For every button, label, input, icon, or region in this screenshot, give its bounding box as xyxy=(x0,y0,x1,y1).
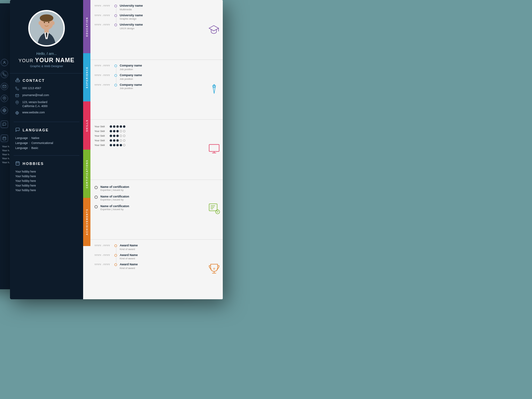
tab-strip: EDUCATION EXPERIENCE SKILLS CERTIFICATIO… xyxy=(83,0,90,299)
dot xyxy=(120,139,122,142)
divider-2 xyxy=(14,155,79,156)
cert-icon xyxy=(208,203,220,216)
dot xyxy=(116,139,119,142)
education-section: YYYY - YYYY University name Multimedia Y… xyxy=(90,0,223,60)
tab-skills: SKILLS xyxy=(83,101,90,150)
location-icon xyxy=(15,101,20,105)
skill-row-3: Your Skill xyxy=(94,134,218,137)
svg-point-18 xyxy=(52,21,55,25)
svg-rect-29 xyxy=(209,145,219,152)
lang-item-3: Language : Basic xyxy=(15,146,78,150)
edu-item-3: YYYY - YYYY University name UI/UX design xyxy=(94,23,218,30)
dot xyxy=(123,135,125,137)
hobby-4: Your hobby here xyxy=(15,184,78,187)
svg-point-3 xyxy=(4,61,5,63)
dot xyxy=(120,144,122,146)
profile-photo xyxy=(28,10,65,47)
dot xyxy=(113,144,115,146)
phone-text: 000 1213 4567 xyxy=(22,86,41,90)
education-icon xyxy=(207,23,220,37)
dot xyxy=(113,130,115,132)
svg-rect-24 xyxy=(16,162,20,165)
exp-item-3: YYYY - YYYY Company name Job position xyxy=(94,83,218,90)
dot xyxy=(120,135,122,137)
sidebar: Hello, I am... YOUR YOUR NAME Graphic & … xyxy=(10,0,83,299)
dot xyxy=(110,125,112,128)
edu-item-1: YYYY - YYYY University name Multimedia xyxy=(94,4,218,11)
svg-point-19 xyxy=(17,78,19,80)
skill-row-1: Your Skill xyxy=(94,125,218,128)
person-title: Graphic & Web Designer xyxy=(13,65,80,68)
tab-experience: EXPERIENCE xyxy=(83,53,90,101)
achievements-section: YYYY - YYYY Award Name Kind of award YYY… xyxy=(90,240,223,299)
address-text: 123, verazo buolardCalifornia C.A. 4000 xyxy=(22,100,48,108)
certifications-section: Name of certificaton Expertise | Issued … xyxy=(90,180,223,240)
dot xyxy=(116,130,119,132)
photo-wrap xyxy=(10,0,83,52)
svg-rect-20 xyxy=(16,80,20,82)
skill-row-2: Your Skill xyxy=(94,130,218,133)
contact-icon xyxy=(15,77,20,83)
tab-achievements: ACHIEVEMENTS xyxy=(83,198,90,246)
tab-certifications: CERTIFICATIONS xyxy=(83,150,90,198)
hobbies-icon xyxy=(15,161,20,167)
ach-item-2: YYYY - YYYY Award Name Kind of award xyxy=(94,253,218,260)
experience-icon xyxy=(208,83,220,96)
dot xyxy=(120,130,122,132)
svg-point-17 xyxy=(39,21,41,25)
language-section: LANGUAGE Language : Native Language : Co… xyxy=(10,123,83,154)
hobbies-section: HOBBIES Your hobby here Your hobby here … xyxy=(10,157,83,196)
svg-point-13 xyxy=(40,14,54,22)
tab-education: EDUCATION xyxy=(83,0,90,53)
contact-address: 123, verazo buolardCalifornia C.A. 4000 xyxy=(15,100,78,108)
exp-item-1: YYYY - YYYY Company name Job position xyxy=(94,64,218,71)
person-name: YOUR YOUR NAME xyxy=(13,57,80,64)
contact-email: yourname@mail.com xyxy=(15,93,78,98)
hello-text: Hello, I am... xyxy=(36,52,57,56)
dot xyxy=(123,139,125,142)
contact-phone: 000 1213 4567 xyxy=(15,86,78,91)
dot xyxy=(123,144,125,146)
svg-point-5 xyxy=(4,98,5,99)
website-text: www.website.com xyxy=(22,111,45,115)
dot xyxy=(113,135,115,137)
cert-item-3: Name of certificaton Expertise | Issued … xyxy=(94,204,218,211)
svg-point-22 xyxy=(17,102,18,103)
sections-column: YYYY - YYYY University name Multimedia Y… xyxy=(90,0,223,299)
ach-item-3: YYYY - YYYY Award Name Kind of award xyxy=(94,263,218,270)
card-main: Hello, I am... YOUR YOUR NAME Graphic & … xyxy=(10,0,223,299)
dot xyxy=(123,130,125,132)
edu-item-2: YYYY - YYYY University name Graphic desi… xyxy=(94,14,218,21)
achievements-icon xyxy=(208,263,220,276)
dot xyxy=(110,130,112,132)
lang-item-2: Language : Communicational xyxy=(15,141,78,145)
dot xyxy=(110,139,112,142)
hobby-2: Your hobby here xyxy=(15,175,78,178)
dot xyxy=(116,125,119,128)
dot xyxy=(110,144,112,146)
skill-row-4: Your Skill xyxy=(94,139,218,142)
hobby-5: Your hobby here xyxy=(15,189,78,192)
content-area: EDUCATION EXPERIENCE SKILLS CERTIFICATIO… xyxy=(83,0,223,299)
ach-item-1: YYYY - YYYY Award Name Kind of award xyxy=(94,244,218,251)
dot xyxy=(120,125,122,128)
name-section: YOUR YOUR NAME Graphic & Web Designer xyxy=(10,57,83,73)
svg-rect-7 xyxy=(3,137,6,140)
hobbies-title: HOBBIES xyxy=(15,161,78,167)
svg-point-16 xyxy=(48,22,50,23)
language-icon xyxy=(15,127,20,133)
lang-item-1: Language : Native xyxy=(15,136,78,140)
skills-section: Your Skill Your Skill xyxy=(90,120,223,180)
dot xyxy=(116,135,119,137)
skill-row-5: Your Skill xyxy=(94,144,218,147)
svg-point-15 xyxy=(44,22,45,23)
dot xyxy=(113,139,115,142)
dot xyxy=(116,144,119,146)
hobby-3: Your hobby here xyxy=(15,179,78,183)
contact-section: CONTACT 000 1213 4567 yourname@mail.com … xyxy=(10,73,83,120)
contact-title: CONTACT xyxy=(15,77,78,83)
svg-line-35 xyxy=(217,211,218,212)
svg-point-41 xyxy=(213,268,215,270)
dot xyxy=(123,125,125,128)
hobby-1: Your hobby here xyxy=(15,170,78,173)
